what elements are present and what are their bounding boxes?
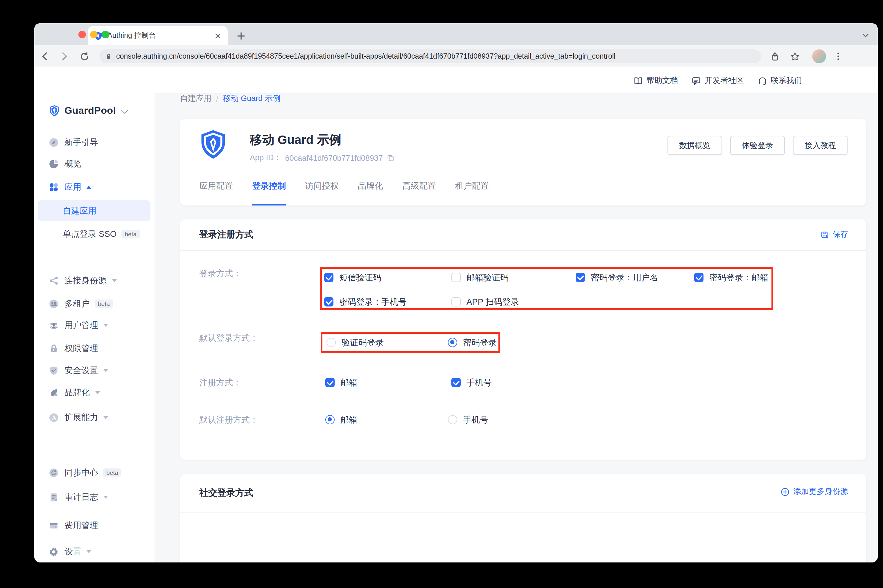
sidebar-item-security[interactable]: 安全设置 xyxy=(34,364,155,377)
url-text: console.authing.cn/console/60caaf41da89f… xyxy=(116,52,615,60)
breadcrumb-parent[interactable]: 自建应用 xyxy=(180,93,211,104)
share-icon xyxy=(770,51,779,61)
radio-selected-icon[interactable] xyxy=(448,338,457,347)
add-identity-source-button[interactable]: 添加更多身份源 xyxy=(781,486,848,497)
radio-selected-icon[interactable] xyxy=(325,415,335,424)
integration-tutorial-button[interactable]: 接入教程 xyxy=(793,136,848,155)
chevron-down-icon xyxy=(861,31,870,40)
window-minimize-button[interactable] xyxy=(90,31,98,38)
back-button[interactable] xyxy=(38,50,52,63)
browser-tab-title: Authing 控制台 xyxy=(107,31,214,40)
checkbox-unchecked-icon[interactable] xyxy=(451,297,461,306)
sidebar-item-audit-logs[interactable]: 审计日志 xyxy=(34,490,155,503)
tab-overview-chevron[interactable] xyxy=(860,30,871,40)
checkbox-option-password-email[interactable]: 密码登录：邮箱 xyxy=(694,271,768,284)
new-tab-button[interactable] xyxy=(235,30,247,42)
sidebar-item-extensions[interactable]: 扩展能力 xyxy=(34,411,155,424)
kebab-menu-icon xyxy=(833,52,843,61)
sidebar-item-onboarding[interactable]: 新手引导 xyxy=(34,136,155,148)
copy-icon[interactable] xyxy=(386,154,394,162)
reload-button[interactable] xyxy=(77,50,91,63)
try-login-button[interactable]: 体验登录 xyxy=(730,136,785,155)
address-bar[interactable]: console.authing.cn/console/60caaf41da89f… xyxy=(99,50,761,63)
checkbox-option-app-scan[interactable]: APP 扫码登录 xyxy=(451,296,519,308)
sidebar-item-settings[interactable]: 设置 xyxy=(34,545,155,558)
tab-tenant-config[interactable]: 租户配置 xyxy=(455,179,489,206)
screen: Authing 控制台 co xyxy=(0,0,883,588)
data-overview-button[interactable]: 数据概览 xyxy=(668,136,722,155)
sidebar-item-billing[interactable]: 费用管理 xyxy=(34,519,155,532)
help-docs-link[interactable]: 帮助文档 xyxy=(633,75,678,86)
checkbox-option-register-phone[interactable]: 手机号 xyxy=(451,376,492,389)
contact-us-link[interactable]: 联系我们 xyxy=(757,75,802,86)
window-zoom-button[interactable] xyxy=(102,31,109,38)
chevron-down-icon xyxy=(104,416,108,419)
developer-community-label: 开发者社区 xyxy=(705,75,744,86)
tab-app-config[interactable]: 应用配置 xyxy=(199,179,233,206)
tab-advanced-config[interactable]: 高级配置 xyxy=(402,179,436,206)
sidebar-item-overview[interactable]: 概览 xyxy=(34,157,155,170)
checkbox-checked-icon[interactable] xyxy=(576,273,585,282)
share-button[interactable] xyxy=(768,50,782,63)
plus-circle-icon xyxy=(781,487,789,496)
chat-icon xyxy=(691,76,701,86)
checkbox-unchecked-icon[interactable] xyxy=(451,273,461,282)
bookmark-button[interactable] xyxy=(788,50,802,63)
tab-login-control[interactable]: 登录控制 xyxy=(252,179,286,206)
radio-option-default-register-phone[interactable]: 手机号 xyxy=(448,413,488,426)
browser-window: Authing 控制台 co xyxy=(34,23,878,562)
checkbox-option-sms-code[interactable]: 短信验证码 xyxy=(324,271,381,284)
save-icon xyxy=(820,230,829,239)
console-top-bar: 帮助文档 开发者社区 联系我们 xyxy=(155,68,878,94)
gear-icon xyxy=(49,546,59,556)
sidebar-item-multi-tenant[interactable]: 多租户 beta xyxy=(34,297,155,310)
sidebar-item-applications[interactable]: 应用 xyxy=(34,180,155,193)
radio-unselected-icon[interactable] xyxy=(448,415,457,424)
radio-unselected-icon[interactable] xyxy=(326,338,336,347)
contact-us-label: 联系我们 xyxy=(770,75,802,86)
tab-close-icon[interactable] xyxy=(214,32,222,40)
sidebar-item-sso[interactable]: 单点登录 SSO beta xyxy=(34,228,155,240)
sidebar-item-identity-sources[interactable]: 连接身份源 xyxy=(34,274,155,287)
sidebar-item-sync-center[interactable]: 同步中心 beta xyxy=(34,466,155,479)
breadcrumb-current: 移动 Guard 示例 xyxy=(223,93,281,104)
sidebar-item-self-built-apps[interactable]: 自建应用 xyxy=(38,200,150,221)
lock-icon xyxy=(105,52,112,60)
checkbox-checked-icon[interactable] xyxy=(325,378,335,387)
browser-menu-button[interactable] xyxy=(831,50,845,63)
developer-community-link[interactable]: 开发者社区 xyxy=(691,75,744,86)
forward-button[interactable] xyxy=(57,50,71,63)
radio-option-default-register-email[interactable]: 邮箱 xyxy=(325,413,357,426)
app-header-card: 移动 Guard 示例 App ID： 60caaf41df670b771fd0… xyxy=(180,119,866,206)
sidebar-item-branding[interactable]: 品牌化 xyxy=(34,386,155,399)
chevron-up-icon xyxy=(87,186,91,188)
workspace-switcher[interactable]: GuardPool xyxy=(48,105,127,117)
book-icon xyxy=(633,76,643,86)
shield-check-icon xyxy=(49,365,59,375)
sidebar-item-permissions[interactable]: 权限管理 xyxy=(34,342,155,355)
checkbox-checked-icon[interactable] xyxy=(324,297,334,306)
checkbox-checked-icon[interactable] xyxy=(694,273,704,282)
sidebar-item-user-management[interactable]: 用户管理 xyxy=(34,319,155,332)
help-docs-label: 帮助文档 xyxy=(647,75,678,86)
beta-badge: beta xyxy=(103,468,122,477)
radio-option-password-login[interactable]: 密码登录 xyxy=(448,336,497,349)
browser-profile-avatar[interactable] xyxy=(812,50,826,63)
checkbox-checked-icon[interactable] xyxy=(324,273,334,282)
sidebar: GuardPool 新手引导 概览 应用 自建应用 单点登录 SSO b xyxy=(34,68,155,562)
checkbox-option-email-code[interactable]: 邮箱验证码 xyxy=(451,271,508,284)
checkbox-option-password-phone[interactable]: 密码登录：手机号 xyxy=(324,296,407,308)
divider xyxy=(180,250,866,251)
login-register-card: 登录注册方式 保存 登录方式： 短信验证码 邮箱验证码 密码登录：用户名 xyxy=(180,219,866,460)
tab-branding[interactable]: 品牌化 xyxy=(358,179,383,206)
radio-option-code-login[interactable]: 验证码登录 xyxy=(326,336,384,349)
chevron-down-icon xyxy=(95,391,99,394)
checkbox-checked-icon[interactable] xyxy=(451,378,461,387)
save-button[interactable]: 保存 xyxy=(820,229,848,240)
checkbox-option-password-username[interactable]: 密码登录：用户名 xyxy=(576,271,658,284)
tab-access-auth[interactable]: 访问授权 xyxy=(305,179,338,206)
reload-icon xyxy=(79,51,89,61)
window-close-button[interactable] xyxy=(78,31,86,38)
workspace-name: GuardPool xyxy=(65,105,116,117)
checkbox-option-register-email[interactable]: 邮箱 xyxy=(325,376,357,389)
